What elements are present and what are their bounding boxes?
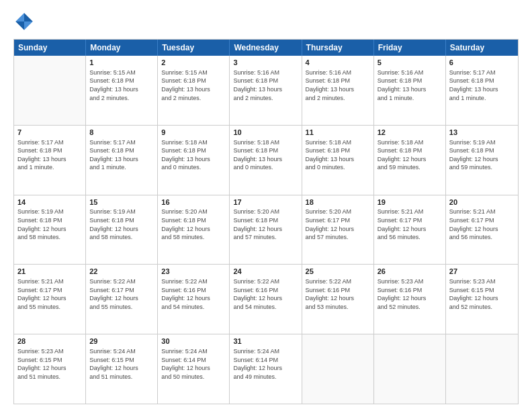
cell-info: Sunrise: 5:16 AM Sunset: 6:18 PM Dayligh… bbox=[233, 68, 298, 102]
day-number: 15 bbox=[89, 197, 154, 208]
day-number: 28 bbox=[17, 336, 82, 347]
cal-header-cell-monday: Monday bbox=[86, 40, 158, 56]
cal-cell: 24Sunrise: 5:22 AM Sunset: 6:16 PM Dayli… bbox=[230, 265, 302, 334]
cal-cell: 7Sunrise: 5:17 AM Sunset: 6:18 PM Daylig… bbox=[14, 126, 86, 195]
day-number: 31 bbox=[233, 336, 298, 347]
cell-info: Sunrise: 5:16 AM Sunset: 6:18 PM Dayligh… bbox=[306, 68, 370, 102]
cal-row-0: 1Sunrise: 5:15 AM Sunset: 6:18 PM Daylig… bbox=[14, 56, 518, 126]
cal-row-2: 14Sunrise: 5:19 AM Sunset: 6:18 PM Dayli… bbox=[14, 195, 518, 265]
cal-cell: 14Sunrise: 5:19 AM Sunset: 6:18 PM Dayli… bbox=[14, 195, 86, 265]
cal-header-cell-saturday: Saturday bbox=[446, 40, 518, 56]
day-number: 1 bbox=[89, 58, 154, 68]
cal-cell: 10Sunrise: 5:18 AM Sunset: 6:18 PM Dayli… bbox=[230, 126, 302, 195]
day-number: 19 bbox=[378, 197, 442, 208]
svg-marker-2 bbox=[15, 21, 24, 30]
cell-info: Sunrise: 5:21 AM Sunset: 6:17 PM Dayligh… bbox=[17, 277, 82, 311]
day-number: 27 bbox=[449, 267, 515, 277]
cell-info: Sunrise: 5:21 AM Sunset: 6:17 PM Dayligh… bbox=[378, 208, 442, 241]
cell-info: Sunrise: 5:15 AM Sunset: 6:18 PM Dayligh… bbox=[89, 68, 154, 102]
cal-cell: 11Sunrise: 5:18 AM Sunset: 6:18 PM Dayli… bbox=[302, 126, 374, 195]
cal-cell: 13Sunrise: 5:19 AM Sunset: 6:18 PM Dayli… bbox=[446, 126, 518, 195]
cal-cell: 28Sunrise: 5:23 AM Sunset: 6:15 PM Dayli… bbox=[14, 334, 86, 404]
calendar: SundayMondayTuesdayWednesdayThursdayFrid… bbox=[13, 39, 519, 404]
cal-cell: 26Sunrise: 5:23 AM Sunset: 6:16 PM Dayli… bbox=[374, 265, 446, 334]
cal-cell: 23Sunrise: 5:22 AM Sunset: 6:16 PM Dayli… bbox=[158, 265, 230, 334]
cal-cell: 20Sunrise: 5:21 AM Sunset: 6:17 PM Dayli… bbox=[446, 195, 518, 265]
logo-icon bbox=[13, 11, 35, 32]
cell-info: Sunrise: 5:17 AM Sunset: 6:18 PM Dayligh… bbox=[17, 138, 82, 172]
cell-info: Sunrise: 5:24 AM Sunset: 6:14 PM Dayligh… bbox=[161, 347, 226, 381]
cal-cell: 31Sunrise: 5:24 AM Sunset: 6:14 PM Dayli… bbox=[230, 334, 302, 404]
cal-cell: 2Sunrise: 5:15 AM Sunset: 6:18 PM Daylig… bbox=[158, 56, 230, 125]
day-number: 9 bbox=[161, 128, 226, 138]
cal-cell bbox=[374, 334, 446, 404]
day-number: 6 bbox=[449, 58, 515, 68]
day-number: 23 bbox=[161, 267, 226, 277]
header bbox=[13, 11, 519, 32]
cell-info: Sunrise: 5:22 AM Sunset: 6:17 PM Dayligh… bbox=[89, 277, 154, 311]
day-number: 14 bbox=[17, 197, 82, 208]
page: SundayMondayTuesdayWednesdayThursdayFrid… bbox=[0, 0, 532, 411]
cal-cell: 30Sunrise: 5:24 AM Sunset: 6:14 PM Dayli… bbox=[158, 334, 230, 404]
cal-cell bbox=[302, 334, 374, 404]
cell-info: Sunrise: 5:24 AM Sunset: 6:14 PM Dayligh… bbox=[233, 347, 298, 381]
cell-info: Sunrise: 5:17 AM Sunset: 6:18 PM Dayligh… bbox=[89, 138, 154, 172]
cell-info: Sunrise: 5:22 AM Sunset: 6:16 PM Dayligh… bbox=[233, 277, 298, 311]
cell-info: Sunrise: 5:20 AM Sunset: 6:18 PM Dayligh… bbox=[161, 208, 226, 241]
svg-marker-3 bbox=[24, 21, 33, 30]
cell-info: Sunrise: 5:24 AM Sunset: 6:15 PM Dayligh… bbox=[89, 347, 154, 381]
cell-info: Sunrise: 5:23 AM Sunset: 6:15 PM Dayligh… bbox=[17, 347, 82, 381]
cal-cell: 5Sunrise: 5:16 AM Sunset: 6:18 PM Daylig… bbox=[374, 56, 446, 125]
cal-cell: 12Sunrise: 5:18 AM Sunset: 6:18 PM Dayli… bbox=[374, 126, 446, 195]
cell-info: Sunrise: 5:19 AM Sunset: 6:18 PM Dayligh… bbox=[449, 138, 515, 172]
cal-cell: 25Sunrise: 5:22 AM Sunset: 6:16 PM Dayli… bbox=[302, 265, 374, 334]
day-number: 12 bbox=[378, 128, 442, 138]
day-number: 13 bbox=[449, 128, 515, 138]
cal-cell: 29Sunrise: 5:24 AM Sunset: 6:15 PM Dayli… bbox=[86, 334, 158, 404]
cell-info: Sunrise: 5:19 AM Sunset: 6:18 PM Dayligh… bbox=[89, 208, 154, 241]
day-number: 29 bbox=[89, 336, 154, 347]
day-number: 17 bbox=[233, 197, 298, 208]
logo bbox=[13, 11, 38, 32]
cell-info: Sunrise: 5:20 AM Sunset: 6:18 PM Dayligh… bbox=[233, 208, 298, 241]
cal-cell bbox=[14, 56, 86, 125]
cal-cell bbox=[446, 334, 518, 404]
cell-info: Sunrise: 5:19 AM Sunset: 6:18 PM Dayligh… bbox=[17, 208, 82, 241]
cell-info: Sunrise: 5:23 AM Sunset: 6:15 PM Dayligh… bbox=[449, 277, 515, 311]
day-number: 5 bbox=[378, 58, 442, 68]
cell-info: Sunrise: 5:18 AM Sunset: 6:18 PM Dayligh… bbox=[233, 138, 298, 172]
cal-cell: 17Sunrise: 5:20 AM Sunset: 6:18 PM Dayli… bbox=[230, 195, 302, 265]
cal-row-1: 7Sunrise: 5:17 AM Sunset: 6:18 PM Daylig… bbox=[14, 126, 518, 195]
cal-row-3: 21Sunrise: 5:21 AM Sunset: 6:17 PM Dayli… bbox=[14, 265, 518, 334]
cell-info: Sunrise: 5:18 AM Sunset: 6:18 PM Dayligh… bbox=[161, 138, 226, 172]
day-number: 8 bbox=[89, 128, 154, 138]
day-number: 30 bbox=[161, 336, 226, 347]
cal-header-cell-friday: Friday bbox=[374, 40, 446, 56]
day-number: 20 bbox=[449, 197, 515, 208]
cal-cell: 9Sunrise: 5:18 AM Sunset: 6:18 PM Daylig… bbox=[158, 126, 230, 195]
cal-header-cell-wednesday: Wednesday bbox=[230, 40, 302, 56]
cell-info: Sunrise: 5:20 AM Sunset: 6:17 PM Dayligh… bbox=[306, 208, 370, 241]
day-number: 22 bbox=[89, 267, 154, 277]
cal-cell: 27Sunrise: 5:23 AM Sunset: 6:15 PM Dayli… bbox=[446, 265, 518, 334]
cal-cell: 6Sunrise: 5:17 AM Sunset: 6:18 PM Daylig… bbox=[446, 56, 518, 125]
svg-marker-0 bbox=[24, 13, 33, 21]
cell-info: Sunrise: 5:23 AM Sunset: 6:16 PM Dayligh… bbox=[378, 277, 442, 311]
day-number: 21 bbox=[17, 267, 82, 277]
cal-header-cell-sunday: Sunday bbox=[14, 40, 86, 56]
cell-info: Sunrise: 5:16 AM Sunset: 6:18 PM Dayligh… bbox=[378, 68, 442, 102]
day-number: 11 bbox=[306, 128, 370, 138]
cal-cell: 15Sunrise: 5:19 AM Sunset: 6:18 PM Dayli… bbox=[86, 195, 158, 265]
cal-header-cell-thursday: Thursday bbox=[302, 40, 374, 56]
cell-info: Sunrise: 5:15 AM Sunset: 6:18 PM Dayligh… bbox=[161, 68, 226, 102]
cal-cell: 21Sunrise: 5:21 AM Sunset: 6:17 PM Dayli… bbox=[14, 265, 86, 334]
cal-cell: 16Sunrise: 5:20 AM Sunset: 6:18 PM Dayli… bbox=[158, 195, 230, 265]
cell-info: Sunrise: 5:18 AM Sunset: 6:18 PM Dayligh… bbox=[378, 138, 442, 172]
cal-cell: 1Sunrise: 5:15 AM Sunset: 6:18 PM Daylig… bbox=[86, 56, 158, 125]
day-number: 4 bbox=[306, 58, 370, 68]
day-number: 2 bbox=[161, 58, 226, 68]
cal-header-cell-tuesday: Tuesday bbox=[158, 40, 230, 56]
svg-marker-1 bbox=[15, 13, 24, 21]
day-number: 26 bbox=[378, 267, 442, 277]
cal-cell: 4Sunrise: 5:16 AM Sunset: 6:18 PM Daylig… bbox=[302, 56, 374, 125]
